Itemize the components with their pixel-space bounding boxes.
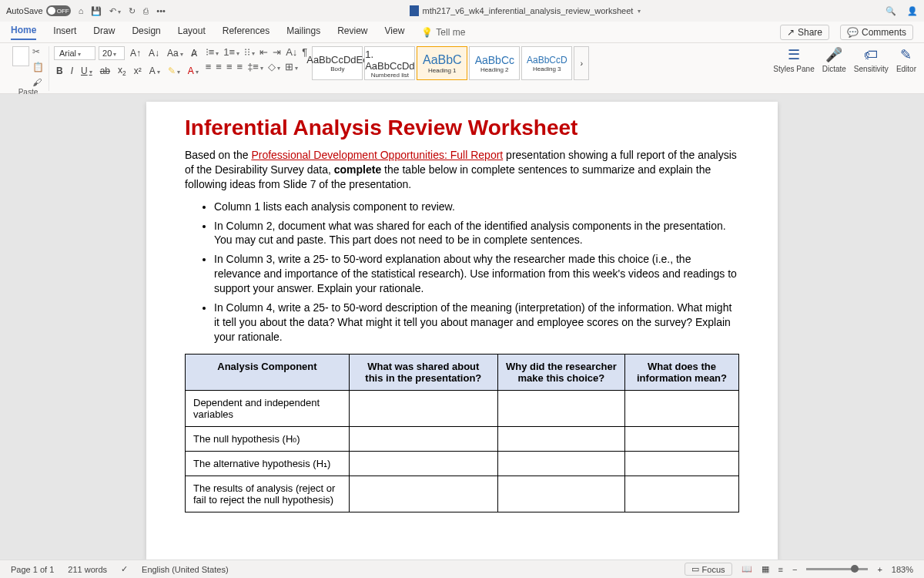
zoom-level[interactable]: 183% [892,565,913,574]
toggle-switch[interactable]: OFF [46,5,71,16]
focus-button[interactable]: ▭Focus [685,563,732,576]
intro-link[interactable]: Professional Development Opportunities: … [251,149,503,161]
change-case-icon[interactable]: Aa▾ [165,46,186,60]
style-heading1[interactable]: AaBbCHeading 1 [417,46,467,80]
share-button[interactable]: ↗Share [780,25,829,40]
zoom-out-icon[interactable]: − [792,565,797,574]
multilevel-icon[interactable]: ⁝⁝▾ [244,46,255,58]
numbering-icon[interactable]: 1≡▾ [223,46,239,58]
table-cell[interactable] [349,390,497,426]
style-body[interactable]: AaBbCcDdEeBody [312,46,363,80]
styles-more-icon[interactable]: › [574,46,589,80]
table-cell[interactable] [349,476,497,512]
zoom-slider[interactable] [806,568,868,570]
clear-format-icon[interactable]: A̷ [189,46,199,60]
bold-button[interactable]: B [54,64,65,78]
tell-me[interactable]: 💡Tell me [421,27,465,38]
font-name-select[interactable]: Arial▾ [54,46,95,60]
text-effects-icon[interactable]: A▾ [147,64,162,78]
font-size-select[interactable]: 20▾ [99,46,125,60]
cut-icon[interactable]: ✂ [32,46,44,57]
page-count[interactable]: Page 1 of 1 [11,565,54,574]
print-icon[interactable]: ⎙ [143,6,149,16]
read-mode-icon[interactable]: 📖 [742,564,752,574]
highlight-icon[interactable]: ✎▾ [166,64,182,78]
style-sample: AaBbCcD [527,55,567,66]
format-painter-icon[interactable]: 🖌 [32,77,44,88]
underline-button[interactable]: U▾ [79,64,95,78]
borders-icon[interactable]: ⊞▾ [285,61,298,72]
search-icon[interactable]: 🔍 [886,6,896,16]
table-cell[interactable] [497,390,624,426]
tab-view[interactable]: View [385,25,405,39]
home-icon[interactable]: ⌂ [79,6,84,16]
word-count[interactable]: 211 words [68,565,107,574]
sensitivity-button[interactable]: 🏷Sensitivity [854,46,889,73]
language-status[interactable]: English (United States) [142,565,229,574]
zoom-in-icon[interactable]: + [877,565,882,574]
table-cell[interactable] [625,426,739,451]
font-color-icon[interactable]: A▾ [186,64,201,78]
table-cell[interactable]: The alternative hypothesis (H₁) [186,451,350,476]
table-cell[interactable] [625,390,739,426]
tab-layout[interactable]: Layout [178,25,206,39]
comments-button[interactable]: 💬Comments [840,25,913,40]
italic-button[interactable]: I [69,64,75,78]
strikethrough-button[interactable]: ab [98,64,112,78]
shading-icon[interactable]: ◇▾ [268,61,280,72]
tab-design[interactable]: Design [132,25,160,39]
table-cell[interactable] [497,426,624,451]
table-cell[interactable]: Dependent and independent variables [186,390,350,426]
tab-draw[interactable]: Draw [93,25,115,39]
justify-icon[interactable]: ≡ [237,61,243,72]
editor-button[interactable]: ✎Editor [896,46,916,73]
table-cell[interactable] [625,451,739,476]
subscript-button[interactable]: x2 [116,63,129,79]
table-header: What was shared about this in the presen… [349,354,497,390]
increase-indent-icon[interactable]: ⇥ [273,46,281,58]
align-center-icon[interactable]: ≡ [216,61,222,72]
align-left-icon[interactable]: ≡ [206,61,212,72]
styles-pane-button[interactable]: ☰Styles Pane [773,46,814,73]
more-icon[interactable]: ••• [156,6,166,16]
style-heading3[interactable]: AaBbCcDHeading 3 [521,46,572,80]
table-cell[interactable]: The results of analysis (reject or fail … [186,476,350,512]
print-layout-icon[interactable]: ▦ [762,564,769,574]
line-spacing-icon[interactable]: ‡≡▾ [247,61,263,72]
decrease-indent-icon[interactable]: ⇤ [259,46,268,58]
table-cell[interactable] [349,451,497,476]
document-title[interactable]: mth217_v6_wk4_inferential_analysis_revie… [166,5,886,16]
spellcheck-icon[interactable]: ✓ [121,564,128,574]
save-icon[interactable]: 💾 [91,6,102,16]
paste-button[interactable] [12,46,29,88]
table-cell[interactable] [497,451,624,476]
style-numbered[interactable]: 1. AaBbCcDdNumbered list [364,46,415,80]
tab-home[interactable]: Home [11,25,36,40]
decrease-font-icon[interactable]: A↓ [146,46,162,60]
tab-review[interactable]: Review [337,25,367,39]
ribbon-tabs: Home Insert Draw Design Layout Reference… [0,22,924,43]
sort-icon[interactable]: A↓ [286,46,297,58]
page[interactable]: Inferential Analysis Review Worksheet Ba… [146,102,778,560]
increase-font-icon[interactable]: A↑ [128,46,143,60]
dictate-button[interactable]: 🎤Dictate [822,46,846,73]
document-area[interactable]: Inferential Analysis Review Worksheet Ba… [0,94,924,560]
tab-references[interactable]: References [223,25,270,39]
style-heading2[interactable]: AaBbCcHeading 2 [469,46,520,80]
tab-mailings[interactable]: Mailings [286,25,320,39]
table-cell[interactable] [497,476,624,512]
table-cell[interactable]: The null hypothesis (H₀) [186,426,350,451]
align-right-icon[interactable]: ≡ [226,61,233,72]
bullets-icon[interactable]: ⁝≡▾ [206,46,219,58]
account-icon[interactable]: 👤 [907,6,918,16]
table-cell[interactable] [625,476,739,512]
copy-icon[interactable]: 📋 [32,62,44,72]
undo-icon[interactable]: ↶▾ [109,6,121,16]
autosave-toggle[interactable]: AutoSave OFF [6,5,71,16]
redo-icon[interactable]: ↻ [129,6,136,16]
web-layout-icon[interactable]: ≡ [778,565,783,574]
table-cell[interactable] [349,426,497,451]
tab-insert[interactable]: Insert [53,25,76,39]
superscript-button[interactable]: x² [132,64,144,78]
comment-icon: 💬 [847,27,859,38]
